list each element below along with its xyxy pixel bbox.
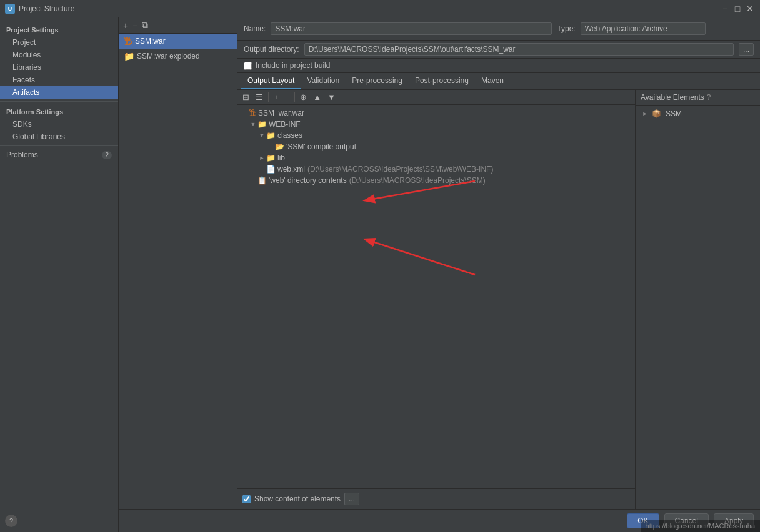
artifact-list-toolbar: + − ⧉ [119,17,237,34]
remove-artifact-button[interactable]: − [131,20,139,31]
type-label: Type: [557,24,575,33]
show-content-dots-button[interactable]: ... [344,493,359,505]
tree-item-web-dir[interactable]: 📋 'web' directory contents (D:\Users\MAC… [238,175,635,186]
name-type-row: Name: Type: Web Application: Archive Web… [238,17,760,41]
layout-btn-down[interactable]: ▼ [325,92,338,102]
tree-label-ssm-war: SSM_war.war [258,109,304,117]
tree-item-lib[interactable]: ► 📁 lib [238,152,635,164]
artifact-item-ssm-war-exploded[interactable]: 📁 SSM:war exploded [119,49,237,64]
help-button[interactable]: ? [5,515,18,527]
layout-btn-remove[interactable]: − [282,92,292,102]
name-label: Name: [244,24,266,33]
title-bar: U Project Structure − □ ✕ [0,0,760,17]
tabs-row: Output Layout Validation Pre-processing … [238,73,760,90]
available-label-ssm: SSM [666,109,682,118]
layout-btn-expand[interactable]: ⊕ [298,92,309,102]
tab-preprocessing[interactable]: Pre-processing [346,73,409,89]
folder-icon-compile: 📂 [275,142,284,151]
sidebar-item-modules[interactable]: Modules [0,49,118,61]
layout-tree-panel: ⊞ ☰ + − ⊕ ▲ ▼ [238,90,635,509]
tab-output-layout[interactable]: Output Layout [241,73,301,89]
available-item-ssm[interactable]: ► 📦 SSM [636,108,760,119]
output-dir-input[interactable] [304,43,734,56]
show-content-row: Show content of elements ... [238,488,635,509]
available-elements-header: Available Elements ? [636,90,760,106]
artifact-list-panel: + − ⧉ 🗜 SSM:war 📁 SSM:war exploded [119,17,238,509]
problems-badge: 2 [102,151,112,159]
output-dir-row: Output directory: ... [238,41,760,59]
sidebar-item-sdks[interactable]: SDKs [0,118,118,131]
toolbar-separator [268,92,269,102]
dialog: Project Settings Project Modules Librari… [0,17,760,532]
show-content-checkbox[interactable] [242,495,251,503]
layout-btn-2[interactable]: ☰ [253,92,266,102]
layout-btn-up[interactable]: ▲ [311,92,324,102]
tree-arrow-lib[interactable]: ► [258,155,266,161]
output-dir-label: Output directory: [244,45,299,54]
app-icon: U [5,4,15,14]
tree-item-ssm-war[interactable]: 🗜 SSM_war.war [238,107,635,119]
sidebar-item-problems[interactable]: Problems 2 [0,149,118,161]
maximize-button[interactable]: □ [732,4,742,14]
type-select[interactable]: Web Application: Archive Web Application… [581,22,706,35]
sidebar-item-libraries[interactable]: Libraries [0,61,118,74]
layout-toolbar: ⊞ ☰ + − ⊕ ▲ ▼ [238,90,635,105]
tree-label-web-xml: web.xml [278,165,305,174]
artifact-item-ssm-war-exploded-label: SSM:war exploded [137,52,200,61]
sidebar-item-artifacts[interactable]: Artifacts [0,86,118,99]
include-project-build-row: Include in project build [238,59,760,73]
tab-validation[interactable]: Validation [301,73,346,89]
sidebar-item-project[interactable]: Project [0,36,118,49]
layout-btn-add[interactable]: + [271,92,281,102]
add-artifact-button[interactable]: + [121,20,130,31]
right-panel: Name: Type: Web Application: Archive Web… [238,17,760,509]
tree-item-compile-output[interactable]: 📂 'SSM' compile output [238,141,635,152]
sidebar-item-global-libraries[interactable]: Global Libraries [0,131,118,143]
show-content-label[interactable]: Show content of elements [254,495,341,503]
tree-item-classes[interactable]: ▼ 📁 classes [238,130,635,141]
layout-btn-1[interactable]: ⊞ [240,92,252,102]
sidebar-divider-1 [0,101,118,102]
available-elements-panel: Available Elements ? ► 📦 SSM [635,90,760,509]
folder-icon-classes: 📁 [266,131,276,140]
available-tree: ► 📦 SSM [636,106,760,509]
tree-item-web-xml[interactable]: 📄 web.xml (D:\Users\MACROSS\IdeaProjects… [238,164,635,175]
tree-item-web-inf[interactable]: ▼ 📁 WEB-INF [238,119,635,130]
sidebar-item-facets[interactable]: Facets [0,74,118,86]
include-project-build-label[interactable]: Include in project build [256,61,330,70]
artifact-item-ssm-war-label: SSM:war [135,37,166,46]
tree-label-compile-output: 'SSM' compile output [286,142,356,151]
tree-label-lib: lib [278,154,285,162]
copy-artifact-button[interactable]: ⧉ [140,19,150,31]
close-button[interactable]: ✕ [745,4,755,14]
war-icon: 🗜 [124,36,132,46]
sidebar-divider-2 [0,145,118,146]
xml-icon: 📄 [266,165,276,174]
minimize-button[interactable]: − [720,4,730,14]
name-input[interactable] [271,22,552,35]
toolbar-separator-2 [294,92,295,102]
module-icon-ssm: 📦 [652,109,661,118]
tab-maven[interactable]: Maven [475,73,510,89]
folder-icon: 📁 [124,51,134,61]
dialog-body: Project Settings Project Modules Librari… [0,17,760,532]
tab-postprocessing[interactable]: Post-processing [409,73,475,89]
tree-label-web-inf: WEB-INF [269,120,301,129]
tree-arrow-web-inf[interactable]: ▼ [249,121,258,127]
layout-tree: 🗜 SSM_war.war ▼ 📁 WEB-INF [238,105,635,488]
folder-icon-web-inf: 📁 [258,120,267,129]
tree-path-web-xml: (D:\Users\MACROSS\IdeaProjects\SSM\web\W… [308,165,493,174]
tree-arrow-classes[interactable]: ▼ [258,132,266,139]
include-project-build-checkbox[interactable] [244,62,252,70]
problems-label: Problems [6,150,38,159]
artifact-item-ssm-war[interactable]: 🗜 SSM:war [119,34,237,49]
project-settings-header: Project Settings [0,22,118,36]
title-bar-controls: − □ ✕ [720,4,755,14]
available-help-button[interactable]: ? [707,93,711,102]
main-content: + − ⧉ 🗜 SSM:war 📁 SSM:war exploded [119,17,760,532]
dir-browse-button[interactable]: ... [739,43,754,56]
available-arrow-ssm[interactable]: ► [641,111,649,117]
dir-contents-icon: 📋 [258,176,267,185]
output-layout-area: ⊞ ☰ + − ⊕ ▲ ▼ [238,90,760,509]
title-bar-text: Project Structure [19,4,720,13]
